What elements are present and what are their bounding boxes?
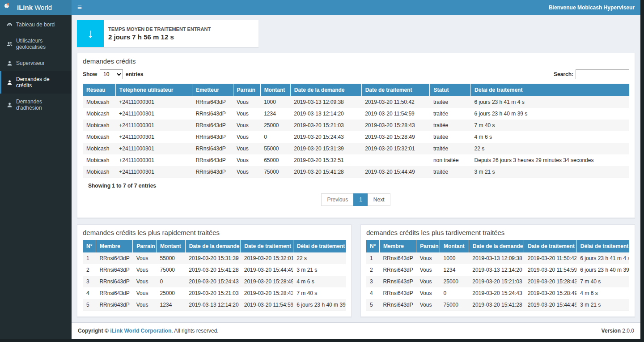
- table-cell: 65000: [260, 154, 290, 166]
- column-header[interactable]: Montant: [440, 240, 469, 252]
- sidebar-item-label: Superviseur: [16, 60, 45, 66]
- column-header[interactable]: Membre: [96, 240, 132, 252]
- table-cell: 3 m 21 s: [471, 166, 629, 178]
- company-link[interactable]: iLink World Corporation.: [110, 328, 173, 334]
- table-cell: 2019-03-20 15:44:49: [361, 166, 430, 178]
- table-cell: 1234: [260, 108, 290, 120]
- table-cell: 2019-03-20 15:32:01: [241, 252, 293, 264]
- table-cell: [361, 154, 430, 166]
- average-processing-time-info-box: ↓ TEMPS MOYEN DE TRAITEMENT ENTRANT 2 jo…: [77, 20, 258, 47]
- column-header[interactable]: Parrain: [133, 240, 157, 252]
- table-cell: +24111000301: [115, 166, 192, 178]
- table-cell: 4: [83, 287, 96, 299]
- table-cell: Vous: [233, 131, 260, 143]
- table-cell: Mobicash: [83, 166, 115, 178]
- previous-page-button[interactable]: Previous: [321, 193, 354, 206]
- table-cell: Vous: [233, 96, 260, 108]
- table-cell: +24111000301: [115, 143, 192, 154]
- panel-body: RéseauTéléphone utilisateurEmetteurParra…: [77, 84, 635, 218]
- column-header[interactable]: N°: [366, 240, 379, 252]
- column-header[interactable]: Réseau: [83, 84, 115, 96]
- table-cell: 5: [83, 299, 96, 311]
- search-control: Search:: [554, 69, 629, 79]
- dashboard-icon: [7, 22, 13, 28]
- column-header[interactable]: N°: [83, 240, 96, 252]
- brand-logo[interactable]: iLink World: [0, 0, 72, 15]
- sidebar-toggle-button[interactable]: ≡: [77, 4, 82, 11]
- version-value: 2.0.0: [621, 328, 634, 334]
- column-header[interactable]: Date de la demande: [290, 84, 361, 96]
- table-cell: Vous: [416, 252, 440, 264]
- table-cell: 1: [366, 252, 379, 264]
- table-cell: Vous: [233, 143, 260, 154]
- table-cell: 2019-03-13 12:09:38: [290, 96, 361, 108]
- column-header[interactable]: Date de la demande: [185, 240, 240, 252]
- table-cell: 2019-03-13 12:14:20: [469, 264, 524, 276]
- column-header[interactable]: Date de traitement: [361, 84, 430, 96]
- table-row: 5RRnsi643dPVous750002019-03-20 15:41:282…: [366, 299, 629, 311]
- table-cell: 7 m 40 s: [293, 287, 346, 299]
- table-cell: Vous: [416, 264, 440, 276]
- column-header[interactable]: Délai de traitement: [293, 240, 346, 252]
- column-header[interactable]: Statut: [430, 84, 471, 96]
- table-cell: 55000: [260, 143, 290, 154]
- column-header[interactable]: Date de traitement: [524, 240, 577, 252]
- table-row: Mobicash+24111000301RRnsi643dPVous100020…: [83, 96, 629, 108]
- table-row: 2RRnsi643dPVous12342019-03-13 12:14:2020…: [366, 264, 629, 276]
- table-cell: 2019-03-20 15:31:39: [185, 252, 240, 264]
- table-row: 2RRnsi643dPVous750002019-03-20 15:41:282…: [83, 264, 346, 276]
- table-row: 3RRnsi643dPVous250002019-03-20 15:21:032…: [366, 276, 629, 287]
- table-cell: RRnsi643dP: [96, 276, 132, 287]
- column-header[interactable]: Membre: [379, 240, 416, 252]
- column-header[interactable]: Date de traitement: [241, 240, 293, 252]
- column-header[interactable]: Téléphone utilisateur: [115, 84, 192, 96]
- table-cell: 2019-03-20 15:21:03: [469, 276, 524, 287]
- sidebar-item-label: Tableau de bord: [16, 21, 55, 28]
- column-header[interactable]: Délai de traitement: [471, 84, 629, 96]
- table-cell: 2019-03-20 15:28:49: [361, 131, 430, 143]
- table-cell: Mobicash: [83, 96, 115, 108]
- sidebar-item-tableau-de-bord[interactable]: Tableau de bord: [0, 17, 72, 33]
- table-cell: non traitée: [430, 154, 471, 166]
- user-icon: [7, 80, 13, 86]
- table-cell: 7 m 40 s: [471, 120, 629, 131]
- panel-title: demandes crédits les plus rapidement tra…: [77, 225, 351, 240]
- next-page-button[interactable]: Next: [368, 193, 390, 206]
- column-header[interactable]: Date de la demande: [469, 240, 524, 252]
- table-cell: Vous: [233, 166, 260, 178]
- sidebar-item-demandes-adhesion[interactable]: Demandes d'adhésion: [0, 94, 72, 116]
- page-length-select[interactable]: 10: [100, 69, 123, 79]
- table-cell: RRnsi643dP: [379, 287, 416, 299]
- table-cell: 2019-03-20 15:32:01: [361, 143, 430, 154]
- table-cell: 0: [440, 287, 469, 299]
- table-cell: 6 jours 23 h 40 m 39 s: [471, 108, 629, 120]
- table-cell: 2019-03-20 11:50:42: [524, 252, 577, 264]
- table-cell: 3 m 21 s: [293, 264, 346, 276]
- column-header[interactable]: Montant: [157, 240, 186, 252]
- sidebar-item-utilisateurs-geolocalises[interactable]: Utilisateurs géolocalisés: [0, 33, 72, 55]
- page-1-button[interactable]: 1: [353, 193, 368, 206]
- table-cell: 6 jours 23 h 41 m 4 s: [576, 252, 629, 264]
- column-header[interactable]: Montant: [260, 84, 290, 96]
- table-cell: 2019-03-20 15:44:49: [524, 299, 577, 311]
- table-row: 1RRnsi643dPVous550002019-03-20 15:31:392…: [83, 252, 346, 264]
- credit-requests-table: RéseauTéléphone utilisateurEmetteurParra…: [83, 84, 629, 178]
- table-cell: Mobicash: [83, 120, 115, 131]
- show-label: Show: [83, 71, 97, 77]
- users-icon: [7, 41, 13, 47]
- search-input[interactable]: [576, 69, 629, 79]
- sidebar-menu: Tableau de bord Utilisateurs géolocalisé…: [0, 17, 72, 116]
- table-cell: 2: [366, 264, 379, 276]
- column-header[interactable]: Délai de traitement: [576, 240, 629, 252]
- table-cell: 4 m 6 s: [471, 131, 629, 143]
- column-header[interactable]: Parrain: [416, 240, 440, 252]
- sidebar-item-demandes-de-credits[interactable]: Demandes de crédits: [0, 71, 72, 94]
- sidebar-item-superviseur[interactable]: Superviseur: [0, 55, 72, 71]
- bottom-panels-row: demandes crédits les plus rapidement tra…: [77, 224, 635, 317]
- column-header[interactable]: Emetteur: [192, 84, 233, 96]
- column-header[interactable]: Parrain: [233, 84, 260, 96]
- table-cell: 2019-03-20 11:50:42: [361, 96, 430, 108]
- table-row: 3RRnsi643dPVous02019-03-20 15:24:432019-…: [83, 276, 346, 287]
- brand-bold: iLink: [17, 4, 33, 11]
- arrow-down-icon: ↓: [77, 20, 104, 47]
